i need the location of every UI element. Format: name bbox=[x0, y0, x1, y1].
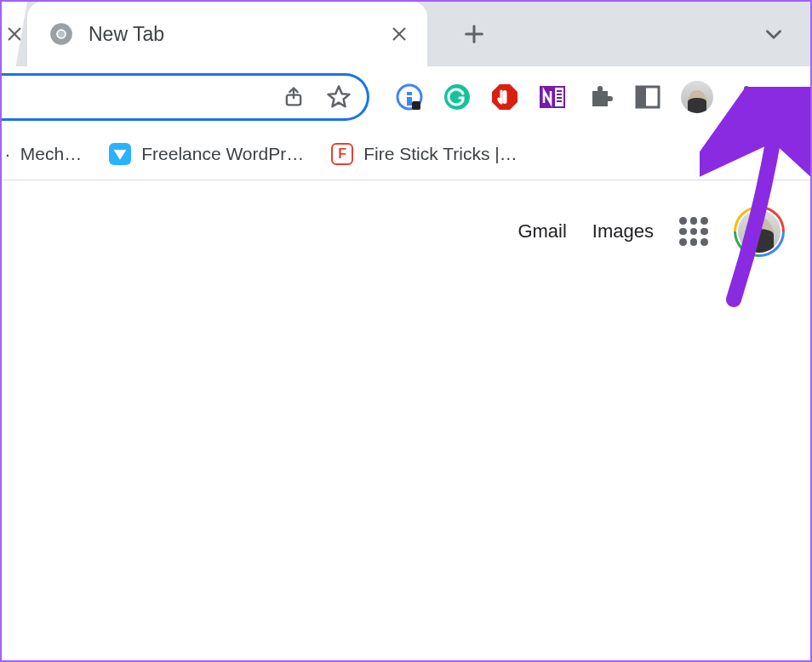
tab-search-button[interactable] bbox=[752, 2, 795, 66]
chrome-menu-button[interactable] bbox=[732, 83, 761, 111]
svg-rect-5 bbox=[407, 92, 412, 95]
share-icon[interactable] bbox=[282, 85, 306, 109]
browser-toolbar bbox=[2, 66, 810, 128]
bookmark-item-2[interactable]: Freelance WordPr… bbox=[102, 138, 311, 170]
extension-button-adblock[interactable] bbox=[490, 83, 519, 111]
extension-button-onenote[interactable] bbox=[538, 83, 567, 111]
bookmarks-bar: · Mech… Freelance WordPr… F Fire Stick T… bbox=[2, 128, 810, 180]
previous-tab-close-button[interactable] bbox=[2, 2, 27, 66]
svg-rect-7 bbox=[412, 101, 420, 110]
grammarly-icon bbox=[443, 83, 472, 111]
onenote-icon bbox=[538, 83, 567, 111]
bookmark-label: Mech… bbox=[20, 144, 82, 164]
new-tab-button[interactable] bbox=[444, 2, 504, 66]
profile-avatar-button[interactable] bbox=[681, 81, 713, 113]
close-tab-button[interactable] bbox=[390, 25, 409, 43]
svg-point-20 bbox=[744, 94, 749, 100]
ntp-header: Gmail Images bbox=[2, 180, 810, 257]
bookmark-item-3[interactable]: F Fire Stick Tricks |… bbox=[324, 138, 523, 170]
side-panel-icon bbox=[633, 83, 662, 111]
bookmark-label: Freelance WordPr… bbox=[141, 144, 304, 164]
toolbar-extension-area bbox=[395, 81, 761, 113]
gmail-link[interactable]: Gmail bbox=[518, 220, 566, 243]
svg-rect-6 bbox=[407, 97, 412, 106]
svg-point-19 bbox=[744, 86, 749, 91]
tab-strip: New Tab bbox=[2, 2, 810, 66]
adblock-icon bbox=[490, 83, 519, 111]
address-bar[interactable] bbox=[2, 73, 369, 121]
plus-icon bbox=[462, 22, 486, 46]
chevron-down-icon bbox=[763, 23, 785, 45]
tab-title: New Tab bbox=[89, 23, 375, 46]
three-dots-icon bbox=[732, 83, 761, 111]
images-link[interactable]: Images bbox=[592, 220, 654, 243]
svg-point-21 bbox=[744, 103, 749, 108]
svg-point-2 bbox=[58, 31, 65, 37]
bookmark-label: Fire Stick Tricks |… bbox=[363, 144, 517, 164]
info-lock-icon bbox=[395, 83, 424, 111]
side-panel-button[interactable] bbox=[633, 83, 662, 111]
freelancer-favicon bbox=[109, 143, 131, 165]
bookmark-item-1[interactable]: · Mech… bbox=[5, 139, 89, 169]
extensions-menu-button[interactable] bbox=[586, 83, 615, 111]
extension-button-1[interactable] bbox=[395, 83, 424, 111]
svg-rect-10 bbox=[503, 90, 507, 104]
account-avatar-button[interactable] bbox=[734, 206, 785, 257]
active-tab[interactable]: New Tab bbox=[27, 2, 427, 66]
bookmark-star-icon[interactable] bbox=[326, 84, 352, 110]
puzzle-icon bbox=[586, 83, 615, 111]
avatar-icon bbox=[681, 81, 713, 113]
firestick-favicon: F bbox=[331, 143, 353, 165]
svg-rect-18 bbox=[637, 87, 646, 107]
avatar-icon bbox=[738, 210, 781, 253]
chrome-icon bbox=[49, 22, 73, 46]
google-apps-button[interactable] bbox=[679, 217, 708, 246]
close-icon bbox=[5, 25, 24, 43]
extension-button-grammarly[interactable] bbox=[443, 83, 472, 111]
